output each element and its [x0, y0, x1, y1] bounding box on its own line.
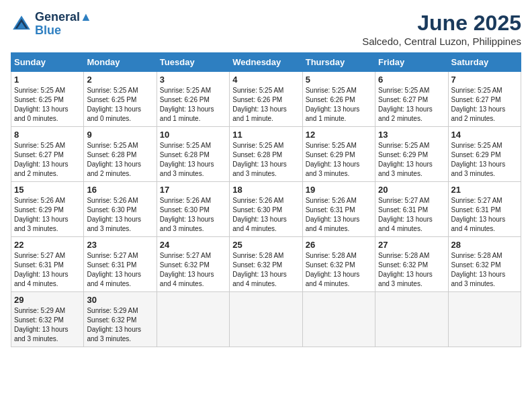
day-number: 19	[306, 185, 372, 195]
calendar-cell: 20 Sunrise: 5:27 AMSunset: 6:31 PMDaylig…	[375, 182, 448, 237]
weekday-header-friday: Friday	[375, 53, 448, 72]
calendar-week-5: 29 Sunrise: 5:29 AMSunset: 6:32 PMDaylig…	[11, 292, 521, 347]
day-number: 4	[232, 75, 299, 85]
calendar-cell: 9 Sunrise: 5:25 AMSunset: 6:28 PMDayligh…	[84, 127, 157, 182]
calendar-cell: 8 Sunrise: 5:25 AMSunset: 6:27 PMDayligh…	[11, 127, 84, 182]
calendar-cell: 6 Sunrise: 5:25 AMSunset: 6:27 PMDayligh…	[375, 72, 448, 127]
day-info: Sunrise: 5:25 AMSunset: 6:28 PMDaylight:…	[232, 142, 287, 177]
day-number: 21	[451, 185, 518, 195]
day-number: 15	[14, 185, 81, 195]
day-info: Sunrise: 5:26 AMSunset: 6:30 PMDaylight:…	[232, 197, 287, 232]
calendar-cell: 13 Sunrise: 5:25 AMSunset: 6:29 PMDaylig…	[375, 127, 448, 182]
day-number: 14	[451, 130, 518, 140]
day-number: 29	[14, 295, 81, 305]
day-number: 25	[232, 240, 299, 250]
calendar-cell: 12 Sunrise: 5:25 AMSunset: 6:29 PMDaylig…	[302, 127, 375, 182]
calendar-cell	[157, 292, 229, 347]
calendar-cell: 27 Sunrise: 5:28 AMSunset: 6:32 PMDaylig…	[375, 237, 448, 292]
day-info: Sunrise: 5:28 AMSunset: 6:32 PMDaylight:…	[451, 252, 506, 287]
day-number: 22	[14, 240, 81, 250]
calendar-cell: 26 Sunrise: 5:28 AMSunset: 6:32 PMDaylig…	[302, 237, 375, 292]
day-info: Sunrise: 5:25 AMSunset: 6:29 PMDaylight:…	[451, 142, 506, 177]
calendar-cell: 5 Sunrise: 5:25 AMSunset: 6:26 PMDayligh…	[302, 72, 375, 127]
calendar-cell: 7 Sunrise: 5:25 AMSunset: 6:27 PMDayligh…	[448, 72, 521, 127]
location-title: Salcedo, Central Luzon, Philippines	[362, 36, 521, 47]
day-info: Sunrise: 5:25 AMSunset: 6:28 PMDaylight:…	[87, 142, 141, 177]
day-info: Sunrise: 5:26 AMSunset: 6:30 PMDaylight:…	[160, 197, 214, 232]
day-info: Sunrise: 5:29 AMSunset: 6:32 PMDaylight:…	[14, 307, 69, 342]
day-info: Sunrise: 5:25 AMSunset: 6:26 PMDaylight:…	[232, 87, 287, 122]
calendar-cell: 11 Sunrise: 5:25 AMSunset: 6:28 PMDaylig…	[230, 127, 302, 182]
month-title: June 2025	[362, 11, 521, 36]
day-number: 12	[306, 130, 372, 140]
day-number: 13	[378, 130, 445, 140]
day-number: 3	[160, 75, 226, 85]
calendar-week-2: 8 Sunrise: 5:25 AMSunset: 6:27 PMDayligh…	[11, 127, 521, 182]
weekday-header-tuesday: Tuesday	[157, 53, 229, 72]
weekday-header-thursday: Thursday	[302, 53, 375, 72]
calendar-cell: 21 Sunrise: 5:27 AMSunset: 6:31 PMDaylig…	[448, 182, 521, 237]
day-number: 7	[451, 75, 518, 85]
day-info: Sunrise: 5:25 AMSunset: 6:27 PMDaylight:…	[14, 142, 69, 177]
title-block: June 2025 Salcedo, Central Luzon, Philip…	[362, 11, 521, 47]
logo: General▲ Blue	[11, 11, 92, 38]
day-info: Sunrise: 5:26 AMSunset: 6:30 PMDaylight:…	[87, 197, 141, 232]
calendar-cell: 23 Sunrise: 5:27 AMSunset: 6:31 PMDaylig…	[84, 237, 157, 292]
day-info: Sunrise: 5:25 AMSunset: 6:26 PMDaylight:…	[160, 87, 214, 122]
day-number: 20	[378, 185, 445, 195]
day-number: 1	[14, 75, 81, 85]
day-number: 5	[306, 75, 372, 85]
calendar-cell: 1 Sunrise: 5:25 AMSunset: 6:25 PMDayligh…	[11, 72, 84, 127]
calendar-cell: 19 Sunrise: 5:26 AMSunset: 6:31 PMDaylig…	[302, 182, 375, 237]
calendar-cell: 24 Sunrise: 5:27 AMSunset: 6:32 PMDaylig…	[157, 237, 229, 292]
day-info: Sunrise: 5:25 AMSunset: 6:28 PMDaylight:…	[160, 142, 214, 177]
day-info: Sunrise: 5:29 AMSunset: 6:32 PMDaylight:…	[87, 307, 141, 342]
day-info: Sunrise: 5:28 AMSunset: 6:32 PMDaylight:…	[306, 252, 360, 287]
day-info: Sunrise: 5:28 AMSunset: 6:32 PMDaylight:…	[232, 252, 287, 287]
calendar-cell: 10 Sunrise: 5:25 AMSunset: 6:28 PMDaylig…	[157, 127, 229, 182]
day-info: Sunrise: 5:27 AMSunset: 6:31 PMDaylight:…	[378, 197, 433, 232]
day-number: 9	[87, 130, 153, 140]
day-info: Sunrise: 5:27 AMSunset: 6:31 PMDaylight:…	[451, 197, 506, 232]
calendar-week-3: 15 Sunrise: 5:26 AMSunset: 6:29 PMDaylig…	[11, 182, 521, 237]
day-info: Sunrise: 5:25 AMSunset: 6:25 PMDaylight:…	[14, 87, 69, 122]
day-info: Sunrise: 5:25 AMSunset: 6:26 PMDaylight:…	[306, 87, 360, 122]
calendar-table: SundayMondayTuesdayWednesdayThursdayFrid…	[11, 52, 521, 347]
day-info: Sunrise: 5:28 AMSunset: 6:32 PMDaylight:…	[378, 252, 433, 287]
day-info: Sunrise: 5:27 AMSunset: 6:31 PMDaylight:…	[87, 252, 141, 287]
day-number: 17	[160, 185, 226, 195]
day-info: Sunrise: 5:26 AMSunset: 6:31 PMDaylight:…	[306, 197, 360, 232]
calendar-cell	[375, 292, 448, 347]
day-info: Sunrise: 5:25 AMSunset: 6:27 PMDaylight:…	[451, 87, 506, 122]
day-number: 10	[160, 130, 226, 140]
weekday-header-saturday: Saturday	[448, 53, 521, 72]
calendar-cell: 16 Sunrise: 5:26 AMSunset: 6:30 PMDaylig…	[84, 182, 157, 237]
calendar-cell: 29 Sunrise: 5:29 AMSunset: 6:32 PMDaylig…	[11, 292, 84, 347]
day-number: 6	[378, 75, 445, 85]
day-number: 26	[306, 240, 372, 250]
calendar-cell: 18 Sunrise: 5:26 AMSunset: 6:30 PMDaylig…	[230, 182, 302, 237]
day-number: 28	[451, 240, 518, 250]
day-number: 27	[378, 240, 445, 250]
day-number: 16	[87, 185, 153, 195]
calendar-cell: 15 Sunrise: 5:26 AMSunset: 6:29 PMDaylig…	[11, 182, 84, 237]
calendar-cell	[302, 292, 375, 347]
day-number: 30	[87, 295, 153, 305]
day-number: 18	[232, 185, 299, 195]
calendar-cell: 14 Sunrise: 5:25 AMSunset: 6:29 PMDaylig…	[448, 127, 521, 182]
day-number: 23	[87, 240, 153, 250]
day-number: 8	[14, 130, 81, 140]
calendar-cell: 2 Sunrise: 5:25 AMSunset: 6:25 PMDayligh…	[84, 72, 157, 127]
weekday-header-monday: Monday	[84, 53, 157, 72]
calendar-cell: 30 Sunrise: 5:29 AMSunset: 6:32 PMDaylig…	[84, 292, 157, 347]
page-header: General▲ Blue June 2025 Salcedo, Central…	[11, 11, 521, 47]
calendar-cell: 25 Sunrise: 5:28 AMSunset: 6:32 PMDaylig…	[230, 237, 302, 292]
day-info: Sunrise: 5:27 AMSunset: 6:32 PMDaylight:…	[160, 252, 214, 287]
calendar-cell: 28 Sunrise: 5:28 AMSunset: 6:32 PMDaylig…	[448, 237, 521, 292]
day-number: 2	[87, 75, 153, 85]
calendar-cell: 3 Sunrise: 5:25 AMSunset: 6:26 PMDayligh…	[157, 72, 229, 127]
day-info: Sunrise: 5:25 AMSunset: 6:27 PMDaylight:…	[378, 87, 433, 122]
calendar-cell	[230, 292, 302, 347]
calendar-cell: 22 Sunrise: 5:27 AMSunset: 6:31 PMDaylig…	[11, 237, 84, 292]
day-info: Sunrise: 5:27 AMSunset: 6:31 PMDaylight:…	[14, 252, 69, 287]
